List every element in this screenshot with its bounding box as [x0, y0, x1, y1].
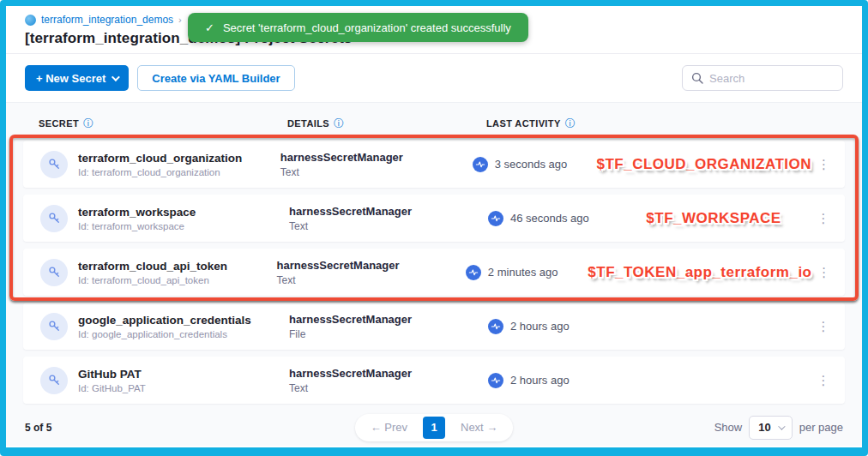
row-menu-button[interactable]: ⋮: [811, 212, 836, 225]
search-input[interactable]: [709, 72, 834, 85]
toast-message: Secret 'terraform_cloud_organization' cr…: [223, 21, 511, 34]
secret-manager: harnessSecretManager: [276, 259, 465, 272]
check-icon: ✓: [205, 21, 214, 34]
info-icon: ⓘ: [334, 117, 344, 131]
secrets-table: SECRET ⓘ DETAILS ⓘ LAST ACTIVITY ⓘ: [6, 102, 862, 409]
row-menu-button[interactable]: ⋮: [811, 374, 836, 387]
app-window: terraform_integration_demos › [terraform…: [0, 0, 868, 456]
success-toast: ✓ Secret 'terraform_cloud_organization' …: [188, 13, 528, 42]
secret-manager: harnessSecretManager: [289, 367, 488, 380]
show-label: Show: [714, 421, 743, 434]
table-footer: 5 of 5 ← Prev 1 Next → Show 10 per page: [6, 409, 862, 446]
secret-manager: harnessSecretManager: [289, 205, 488, 218]
activity-icon: [473, 157, 488, 172]
annotation-label: $TF_TOKEN_app_terraform_io: [588, 264, 811, 281]
secret-type: Text: [289, 220, 488, 232]
secret-id: Id: terraform_cloud_organization: [78, 167, 242, 177]
breadcrumb-project-link[interactable]: terraform_integration_demos: [41, 14, 173, 26]
column-header-details[interactable]: DETAILS ⓘ: [287, 117, 486, 131]
secret-type: Text: [280, 166, 473, 178]
yaml-builder-button[interactable]: Create via YAML Builder: [137, 65, 294, 91]
search-icon: [691, 72, 703, 84]
per-page-label: per page: [799, 421, 843, 434]
secret-type: File: [289, 328, 488, 340]
column-header-secret[interactable]: SECRET ⓘ: [39, 117, 287, 131]
column-label: LAST ACTIVITY: [486, 118, 561, 129]
annotation-label: $TF_WORKSPACE: [646, 210, 781, 227]
last-activity: 3 seconds ago: [495, 158, 568, 171]
activity-icon: [488, 211, 503, 226]
new-secret-label: + New Secret: [36, 72, 105, 85]
secret-name: google_application_credentials: [78, 314, 251, 327]
secret-name: GitHub PAT: [78, 368, 146, 381]
page-number-button[interactable]: 1: [423, 417, 445, 439]
secret-id: Id: terraform_cloud_api_token: [78, 275, 227, 285]
info-icon: ⓘ: [565, 117, 576, 131]
row-menu-button[interactable]: ⋮: [811, 320, 836, 333]
column-label: SECRET: [39, 118, 79, 129]
table-header: SECRET ⓘ DETAILS ⓘ LAST ACTIVITY ⓘ: [23, 113, 845, 134]
activity-icon: [466, 265, 481, 280]
secret-type: Text: [276, 274, 465, 286]
table-row[interactable]: terraform_cloud_api_token Id: terraform_…: [23, 249, 845, 296]
row-menu-button[interactable]: ⋮: [812, 266, 837, 279]
page-size-value: 10: [758, 421, 770, 434]
secret-id: Id: google_application_credentials: [78, 329, 251, 339]
secret-name: terraform_cloud_organization: [78, 152, 242, 165]
annotation-label: $TF_CLOUD_ORGANIZATION: [596, 156, 811, 173]
key-icon: [40, 151, 68, 178]
row-menu-button[interactable]: ⋮: [811, 158, 836, 171]
info-icon: ⓘ: [83, 117, 93, 131]
page-size-select[interactable]: 10: [749, 416, 792, 440]
project-icon: [25, 15, 36, 26]
new-secret-button[interactable]: + New Secret: [25, 65, 129, 91]
column-header-last-activity[interactable]: LAST ACTIVITY ⓘ: [486, 117, 845, 131]
table-rows: terraform_cloud_organization Id: terrafo…: [23, 141, 845, 404]
breadcrumb-chevron-icon: ›: [178, 15, 182, 25]
chevron-down-icon: [778, 423, 785, 429]
prev-page-button[interactable]: ← Prev: [360, 417, 418, 437]
last-activity: 2 hours ago: [510, 374, 570, 387]
last-activity: 2 hours ago: [510, 320, 570, 333]
search-box[interactable]: [682, 65, 843, 91]
activity-icon: [488, 373, 503, 388]
page-size-group: Show 10 per page: [672, 416, 843, 440]
secret-name: terraform_workspace: [78, 206, 196, 219]
next-page-button[interactable]: Next →: [450, 417, 508, 437]
last-activity: 2 minutes ago: [488, 266, 558, 279]
key-icon: [40, 259, 68, 286]
table-row[interactable]: GitHub PAT Id: GitHub_PAT harnessSecretM…: [23, 357, 845, 404]
row-count: 5 of 5: [25, 422, 196, 434]
chevron-down-icon: [112, 73, 120, 81]
secret-id: Id: terraform_workspace: [78, 221, 196, 231]
key-icon: [40, 313, 68, 340]
last-activity: 46 seconds ago: [510, 212, 589, 225]
column-label: DETAILS: [287, 118, 329, 129]
secret-id: Id: GitHub_PAT: [78, 383, 146, 393]
table-row[interactable]: terraform_workspace Id: terraform_worksp…: [23, 195, 845, 242]
key-icon: [40, 367, 68, 394]
secret-type: Text: [289, 382, 488, 394]
pagination: ← Prev 1 Next →: [196, 414, 672, 441]
toolbar: + New Secret Create via YAML Builder: [6, 54, 862, 102]
table-row[interactable]: terraform_cloud_organization Id: terrafo…: [23, 141, 845, 188]
table-row[interactable]: google_application_credentials Id: googl…: [23, 303, 845, 350]
secret-manager: harnessSecretManager: [289, 313, 488, 326]
secret-manager: harnessSecretManager: [280, 151, 473, 164]
activity-icon: [488, 319, 503, 334]
key-icon: [40, 205, 68, 232]
secret-name: terraform_cloud_api_token: [78, 260, 227, 273]
